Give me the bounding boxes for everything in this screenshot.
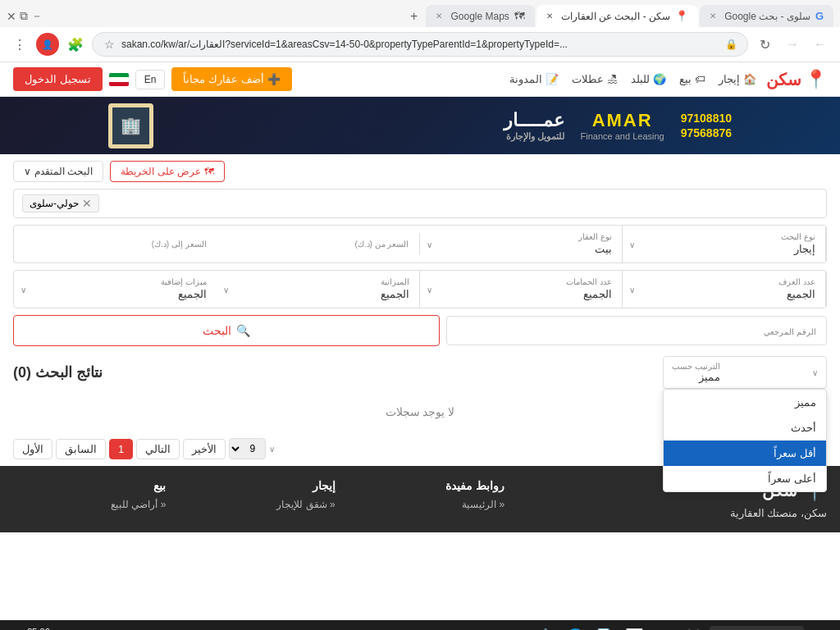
windows-start-button[interactable]: ⊞	[807, 623, 833, 630]
property-type-value: بيت	[595, 243, 612, 255]
budget-value: الجميع	[381, 288, 409, 300]
property-type-arrow: ∨	[427, 240, 432, 249]
taskbar-firefox[interactable]: 🦊	[680, 623, 706, 630]
nav-link-rent[interactable]: 🏠 إيجار	[719, 73, 756, 85]
search-location-box[interactable]: ✕ حولي-سلوى	[13, 189, 827, 218]
close-tab-maps-icon[interactable]: ✕	[436, 11, 442, 21]
nav-link-country[interactable]: 🌍 للبلد	[631, 73, 666, 85]
back-button[interactable]: ←	[809, 33, 832, 56]
extras-arrow: ∨	[21, 285, 26, 294]
property-type-filter[interactable]: نوع العقار بيت ∨	[420, 226, 623, 262]
taskbar-excel[interactable]: 📊	[621, 623, 647, 630]
per-page-select[interactable]: 9	[229, 438, 266, 459]
sakan-favicon: 📍	[675, 10, 688, 22]
tab-sakan-label: سكن - البحث عن العقارات	[561, 11, 670, 22]
tab-maps[interactable]: 🗺 Google Maps ✕	[426, 5, 534, 27]
ad-logo-inner: 🏢	[112, 107, 149, 144]
extensions-btn[interactable]: 🧩	[64, 33, 87, 56]
footer-col-rent: إيجار شقق للإيجار	[182, 479, 335, 519]
taskbar-chrome[interactable]: 🌐	[562, 623, 588, 630]
bathrooms-filter[interactable]: عدد الحمامات الجميع ∨	[420, 271, 623, 308]
price-from-label: السعر من (د.ك)	[226, 240, 409, 249]
budget-arrow: ∨	[223, 285, 229, 294]
kuwait-flag	[109, 73, 129, 86]
maximize-button[interactable]: ⧉	[20, 9, 28, 24]
ad-banner[interactable]: 97108810 97568876 AMAR Finance and Leasi…	[0, 97, 840, 154]
extras-filter[interactable]: ميزات إضافية الجميع ∨	[14, 271, 217, 308]
add-property-button[interactable]: ➕ أضف عقارك مجاناً	[171, 67, 291, 91]
tag-close-icon[interactable]: ✕	[82, 197, 92, 210]
taskbar-clipboard[interactable]: 📋	[532, 623, 559, 630]
sort-option-newest[interactable]: أحدث	[664, 415, 826, 441]
footer-link-apartments-rent[interactable]: شقق للإيجار	[182, 499, 335, 510]
nav-link-blog[interactable]: 📝 المدونة	[509, 73, 559, 85]
new-tab-button[interactable]: +	[404, 6, 424, 27]
nav-link-sell[interactable]: 🏷 بيع	[679, 73, 705, 85]
sort-button[interactable]: ∨ الترتيب حسب مميز	[663, 356, 827, 389]
footer-col-sell-title: بيع	[13, 479, 166, 492]
reload-button[interactable]: ↻	[753, 33, 776, 56]
country-label: للبلد	[631, 73, 650, 85]
rooms-label: عدد الغرف	[632, 277, 815, 286]
sort-label: الترتيب حسب	[672, 362, 720, 371]
lang-button[interactable]: En	[135, 70, 166, 89]
bookmark-icon[interactable]: ☆	[103, 36, 116, 52]
close-tab-active-icon[interactable]: ✕	[546, 11, 553, 21]
sort-option-featured[interactable]: مميز	[664, 390, 826, 415]
profile-btn[interactable]: 👤	[36, 33, 59, 56]
rooms-filter[interactable]: عدد الغرف الجميع ∨	[623, 271, 826, 308]
nav-link-holidays[interactable]: 🏖 عطلات	[572, 73, 618, 85]
map-label: عرض على الخريطة	[121, 166, 201, 177]
forward-button[interactable]: →	[781, 33, 804, 56]
price-to-filter[interactable]: السعر إلى (د.ك)	[14, 233, 217, 255]
filter-row-1: نوع البحث إيجار ∨ نوع العقار بيت ∨ السعر…	[13, 225, 827, 263]
budget-label: الميزانية	[226, 277, 409, 286]
advanced-search-button[interactable]: البحث المتقدم ∨	[13, 161, 103, 182]
map-view-button[interactable]: 🗺 عرض على الخريطة	[110, 161, 225, 182]
close-button[interactable]: ✕	[7, 9, 16, 24]
sell-label: بيع	[679, 73, 692, 85]
footer-link-home[interactable]: الرئيسية	[352, 499, 504, 510]
page-1-button[interactable]: 1	[109, 439, 133, 459]
ad-phones: 97108810 97568876	[681, 110, 732, 141]
next-page-button[interactable]: التالي	[136, 439, 180, 459]
browser-chrome: G سلوى - بحث Google ✕ 📍 سكن - البحث عن ا…	[0, 0, 840, 62]
add-icon: ➕	[267, 73, 281, 85]
location-tag-text: حولي-سلوى	[30, 198, 79, 209]
sort-dropdown-menu: مميز أحدث أقل سعراً أعلى سعراً	[663, 389, 827, 492]
ref-number-field[interactable]: الرقم المرجعي	[446, 316, 827, 345]
bathrooms-value: الجميع	[583, 288, 612, 300]
taskbar-search-area[interactable]: 🔍	[710, 626, 804, 630]
footer-col-useful: روابط مفيدة الرئيسية	[352, 479, 504, 519]
menu-btn[interactable]: ⋮	[8, 33, 31, 56]
tab-google[interactable]: G سلوى - بحث Google ✕	[700, 5, 833, 27]
prev-page-button[interactable]: السابق	[56, 439, 106, 459]
property-type-label: نوع العقار	[430, 232, 613, 241]
footer-link-land-sell[interactable]: أراضي للبيع	[13, 499, 166, 510]
search-label: البحث	[203, 324, 231, 337]
amar-ar-name: عمـــــار	[170, 110, 564, 131]
sort-option-highest[interactable]: أعلى سعراً	[664, 466, 826, 491]
minimize-button[interactable]: －	[31, 9, 43, 24]
search-button[interactable]: 🔍 البحث	[13, 315, 440, 346]
first-page-button[interactable]: الأول	[13, 439, 52, 459]
sort-option-lowest[interactable]: أقل سعراً	[664, 441, 826, 466]
login-button[interactable]: تسجيل الدخول	[13, 67, 103, 91]
ad-phone1: 97108810	[681, 112, 732, 125]
search-area: 🗺 عرض على الخريطة البحث المتقدم ∨ ✕ حولي…	[0, 154, 840, 353]
footer-tagline: سكن، منصتك العقارية	[521, 507, 827, 519]
ad-inner: 97108810 97568876 AMAR Finance and Leasi…	[108, 103, 732, 148]
nav-links: 🏠 إيجار 🏷 بيع 🌍 للبلد 🏖 عطلات 📝 ا	[509, 73, 756, 85]
search-type-filter[interactable]: نوع البحث إيجار ∨	[623, 226, 826, 262]
price-from-filter[interactable]: السعر من (د.ك)	[217, 233, 420, 255]
tab-sakan[interactable]: 📍 سكن - البحث عن العقارات ✕	[536, 5, 698, 27]
taskbar-files[interactable]: 📁	[651, 623, 677, 630]
budget-filter[interactable]: الميزانية الجميع ∨	[217, 271, 420, 308]
address-bar[interactable]: 🔒 sakan.co/kw/ar/العقارات?serviceId=1&ar…	[92, 32, 748, 57]
top-nav: 📍 سكن 🏠 إيجار 🏷 بيع 🌍 للبلد 🏖	[0, 62, 840, 97]
last-page-button[interactable]: الأخير	[183, 439, 226, 459]
close-tab-icon[interactable]: ✕	[710, 11, 716, 21]
tab-bar: G سلوى - بحث Google ✕ 📍 سكن - البحث عن ا…	[0, 0, 840, 27]
taskbar-word[interactable]: 📄	[591, 623, 618, 630]
site-logo: 📍 سكن	[766, 69, 827, 90]
